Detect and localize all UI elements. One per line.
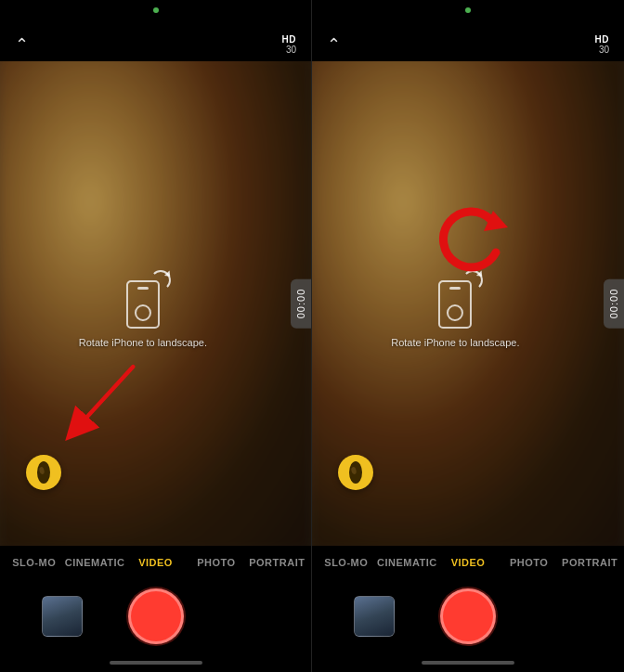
timer-value-right: 00:00 <box>608 289 619 319</box>
timer-left: 00:00 <box>291 279 311 329</box>
cinematic-mode-btn-left[interactable] <box>26 455 61 490</box>
thumbnail-image-right <box>355 597 394 636</box>
home-bar-right <box>422 661 514 665</box>
controls-spacer-right <box>541 596 582 637</box>
mode-portrait-right[interactable]: PORTRAIT <box>559 557 620 568</box>
camera-top-bar-right: ⌃ HD 30 <box>312 28 624 61</box>
timer-value-left: 00:00 <box>295 289 306 319</box>
status-bar-right <box>312 0 624 28</box>
chevron-up-icon-right[interactable]: ⌃ <box>327 34 341 55</box>
fps-label-right: 30 <box>599 45 609 55</box>
mode-cinematic-left[interactable]: CINEMATIC <box>64 557 124 568</box>
mode-selector-left: SLO-MO CINEMATIC VIDEO PHOTO PORTRAIT <box>0 546 311 579</box>
chevron-up-icon-left[interactable]: ⌃ <box>15 34 29 55</box>
thumbnail-image-left <box>43 597 82 636</box>
camera-controls-right <box>312 579 624 653</box>
camera-top-bar-left: ⌃ HD 30 <box>0 28 311 61</box>
camera-indicator-left <box>153 7 159 13</box>
mode-video-right[interactable]: VIDEO <box>437 557 499 568</box>
controls-spacer-left <box>229 596 270 637</box>
rotate-hint-left: Rotate iPhone to landscape. <box>79 278 207 348</box>
mode-slomo-left[interactable]: SLO-MO <box>4 557 64 568</box>
mode-selector-right: SLO-MO CINEMATIC VIDEO PHOTO PORTRAIT <box>312 546 624 579</box>
last-photo-thumbnail-right[interactable] <box>354 596 395 637</box>
home-indicator-right <box>312 653 624 672</box>
home-indicator-left <box>0 653 311 672</box>
rotate-text-right: Rotate iPhone to landscape. <box>391 337 519 348</box>
status-bar-left <box>0 0 311 28</box>
hd-label-left: HD <box>282 34 296 45</box>
svg-line-3 <box>76 367 133 429</box>
mode-photo-left[interactable]: PHOTO <box>186 557 246 568</box>
camera-indicator-right <box>465 7 471 13</box>
viewfinder-left[interactable]: Rotate iPhone to landscape. 00:00 <box>0 61 311 546</box>
mode-cinematic-right[interactable]: CINEMATIC <box>377 557 438 568</box>
viewfinder-right[interactable]: Rotate iPhone to landscape. 00:00 <box>312 61 624 546</box>
camera-controls-left <box>0 579 311 653</box>
timer-right: 00:00 <box>604 279 624 329</box>
quality-indicator-left: HD 30 <box>282 34 296 55</box>
mode-photo-right[interactable]: PHOTO <box>499 557 560 568</box>
quality-indicator-right: HD 30 <box>595 34 609 55</box>
red-arrow-left <box>56 356 149 453</box>
right-panel: ⌃ HD 30 Rotate iPhone to landscape. 00: <box>312 0 624 672</box>
mode-video-left[interactable]: VIDEO <box>125 557 186 568</box>
rotate-text-left: Rotate iPhone to landscape. <box>79 337 207 348</box>
home-bar-left <box>110 661 202 665</box>
cinematic-mode-btn-right[interactable] <box>338 455 373 490</box>
aperture-icon-right <box>346 459 365 485</box>
left-panel: ⌃ HD 30 Rotate iPhone to landscape. 00:0… <box>0 0 312 672</box>
phone-rotate-icon-left <box>123 278 163 331</box>
aperture-icon-left <box>34 459 53 485</box>
rotate-arc-left <box>150 270 171 291</box>
red-rotate-arrow-right <box>426 201 510 289</box>
fps-label-left: 30 <box>286 45 296 55</box>
last-photo-thumbnail-left[interactable] <box>42 596 83 637</box>
hd-label-right: HD <box>595 34 609 45</box>
mode-slomo-right[interactable]: SLO-MO <box>316 557 377 568</box>
capture-button-left[interactable] <box>128 588 184 644</box>
mode-portrait-left[interactable]: PORTRAIT <box>247 557 307 568</box>
capture-button-right[interactable] <box>440 588 496 644</box>
